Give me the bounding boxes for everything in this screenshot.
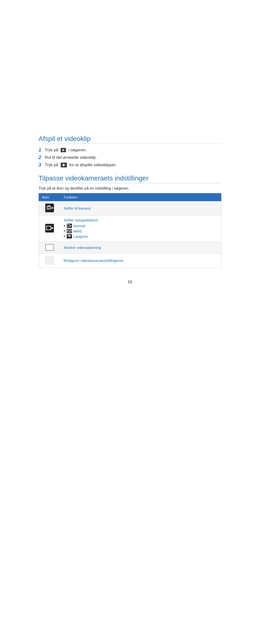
table-row: Ændrer videoopløsning bbox=[39, 242, 222, 254]
step-2-text: Rul til det ønskede videoklip. bbox=[45, 155, 97, 160]
table-cell-icon-3 bbox=[39, 242, 60, 254]
step-1-text-after: i søgeren. bbox=[68, 148, 87, 152]
slow-sub-icon bbox=[67, 234, 72, 238]
table-cell-icon-2 bbox=[39, 216, 60, 242]
section2-title: Tilpasse videokameraets indstillinger bbox=[38, 174, 222, 183]
table-header-funktion: Funktion bbox=[60, 193, 222, 202]
mms-sub-icon bbox=[67, 229, 72, 233]
svg-rect-9 bbox=[50, 226, 51, 227]
table-cell-funktion-4: Redigerer videokameraindstillingerne bbox=[60, 254, 222, 268]
funktion-label-2: Skifter optagetilstand: bbox=[64, 218, 218, 222]
sub-item-mms: • MMS bbox=[64, 228, 218, 234]
table-cell-funktion-2: Skifter optagetilstand: • Normal bbox=[60, 216, 222, 242]
table-row: Skifter optagetilstand: • Normal bbox=[39, 216, 222, 242]
sub-item-langsom: • Langsom bbox=[64, 234, 218, 239]
step-2-number: 2 bbox=[38, 155, 43, 160]
step-1-text-before: Tryk på bbox=[45, 148, 58, 152]
sub-label-mms: MMS bbox=[73, 229, 82, 233]
funktion-label-1: Skifter til kamera bbox=[64, 206, 91, 210]
section2-intro: Tryk på et ikon og derefter på en indsti… bbox=[38, 186, 222, 190]
page-number: 56 bbox=[38, 280, 222, 284]
table-header-icon: Ikon bbox=[39, 193, 60, 202]
sub-label-normal: Normal bbox=[73, 224, 85, 228]
table-header-row: Ikon Funktion bbox=[39, 193, 222, 202]
table-cell-icon-4 bbox=[39, 254, 60, 268]
normal-sub-icon bbox=[67, 224, 72, 228]
step-1: 1 Tryk på i søgeren. bbox=[38, 147, 222, 153]
step-2: 2 Rul til det ønskede videoklip. bbox=[38, 155, 222, 160]
table-row: Redigerer videokameraindstillingerne bbox=[39, 254, 222, 268]
steps-list: 1 Tryk på i søgeren. 2 Rul til det ønske… bbox=[38, 147, 222, 168]
step-1-number: 1 bbox=[38, 147, 43, 153]
video-mode-icon bbox=[45, 224, 54, 232]
bullet-1: • bbox=[64, 224, 65, 228]
table-cell-icon-1 bbox=[39, 201, 60, 216]
step-3-number: 3 bbox=[38, 162, 43, 168]
camera-switch-icon bbox=[45, 204, 54, 212]
bullet-2: • bbox=[64, 229, 65, 233]
svg-rect-19 bbox=[45, 256, 54, 264]
svg-rect-8 bbox=[46, 229, 47, 230]
step-3-text-after: for at afspille videoklippet. bbox=[69, 163, 117, 168]
sub-item-normal: • Normal bbox=[64, 223, 218, 228]
step-3: 3 Tryk på for at afspille videoklippet. bbox=[38, 162, 222, 168]
content-area: Afspil et videoklip 1 Tryk på i søgeren.… bbox=[38, 0, 222, 292]
funktion-label-4: Redigerer videokameraindstillingerne bbox=[64, 258, 123, 262]
bullet-3: • bbox=[64, 234, 65, 238]
sub-label-langsom: Langsom bbox=[73, 234, 88, 238]
step-3-text-before: Tryk på bbox=[45, 163, 58, 168]
play-icon-large bbox=[61, 163, 67, 168]
section1-title: Afspil et videoklip bbox=[38, 135, 222, 144]
table-cell-funktion-1: Skifter til kamera bbox=[60, 201, 222, 216]
funktion-label-3: Ændrer videoopløsning bbox=[64, 246, 101, 250]
resolution-icon bbox=[45, 244, 54, 251]
sub-items-list: • Normal • bbox=[64, 223, 218, 239]
svg-rect-10 bbox=[50, 229, 51, 230]
settings-icon bbox=[45, 256, 54, 264]
page-container: Afspil et videoklip 1 Tryk på i søgeren.… bbox=[0, 0, 260, 644]
table-row: Skifter til kamera bbox=[39, 201, 222, 216]
svg-rect-7 bbox=[46, 226, 47, 227]
play-icon-small bbox=[61, 148, 66, 152]
table-cell-funktion-3: Ændrer videoopløsning bbox=[60, 242, 222, 254]
settings-table: Ikon Funktion bbox=[38, 193, 222, 268]
